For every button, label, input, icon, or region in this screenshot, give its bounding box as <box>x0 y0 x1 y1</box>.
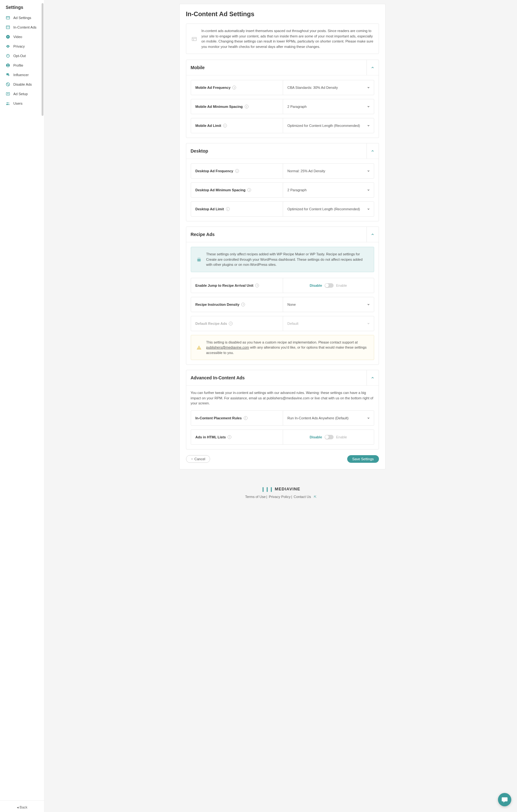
sidebar-item-label: Disable Ads <box>13 83 32 86</box>
recipe-density-row: Recipe Instruction Densityi None <box>191 297 374 312</box>
sidebar-item-opt-out[interactable]: Opt-Out <box>0 51 44 61</box>
user-icon <box>6 63 10 67</box>
desktop-ad-limit-select[interactable]: Optimized for Content Length (Recommende… <box>283 202 374 216</box>
info-icon[interactable]: i <box>241 302 245 307</box>
sidebar-item-label: Ad Setup <box>13 92 28 96</box>
sidebar-item-label: Privacy <box>13 45 25 48</box>
block-icon <box>6 82 10 87</box>
mobile-section: Mobile Mobile Ad Frequencyi CBA Standard… <box>186 60 379 138</box>
chevron-left-icon <box>191 458 193 460</box>
info-icon[interactable]: i <box>227 435 232 439</box>
jump-to-recipe-toggle[interactable]: Disable Enable <box>283 278 374 293</box>
page-title: In-Content Ad Settings <box>186 10 379 18</box>
toggle-switch[interactable] <box>325 435 333 439</box>
field-label: Desktop Ad Minimum Spacingi <box>191 183 283 197</box>
mobile-ad-frequency-row: Mobile Ad Frequencyi CBA Standards: 30% … <box>191 80 374 95</box>
chevron-left-icon: ◂ <box>17 805 20 809</box>
svg-point-5 <box>7 64 8 66</box>
info-icon[interactable]: i <box>235 169 239 173</box>
field-label: Desktop Ad Frequencyi <box>191 164 283 178</box>
save-settings-button[interactable]: Save Settings <box>347 455 379 463</box>
mobile-ad-limit-select[interactable]: Optimized for Content Length (Recommende… <box>283 118 374 133</box>
terms-link[interactable]: Terms of Use <box>245 495 266 499</box>
default-recipe-ads-select: Default <box>283 316 374 331</box>
mobile-section-title: Mobile <box>186 60 366 75</box>
sidebar-item-label: Ad Settings <box>13 16 31 20</box>
chevron-down-icon <box>367 303 370 306</box>
info-icon[interactable]: i <box>226 207 230 211</box>
mobile-ad-spacing-select[interactable]: 2 Paragraph <box>283 99 374 114</box>
info-icon[interactable]: i <box>244 416 248 420</box>
toggle-switch[interactable] <box>325 283 333 288</box>
chevron-down-icon <box>367 322 370 325</box>
layout-icon <box>6 25 10 29</box>
info-icon[interactable]: i <box>255 284 259 287</box>
info-icon[interactable]: i <box>223 124 227 127</box>
recipe-icon <box>196 252 202 267</box>
sidebar-item-label: In-Content Ads <box>13 25 36 29</box>
footer-logo[interactable]: ❙❙❙ MEDIAVINE <box>261 487 300 492</box>
sidebar: Settings Ad Settings In-Content Ads Vide… <box>0 0 45 812</box>
info-icon[interactable]: i <box>232 86 236 89</box>
chevron-down-icon <box>367 188 370 192</box>
recipe-warning-box: This setting is disabled as you have a c… <box>191 335 374 360</box>
recipe-info-box: These settings only affect recipes added… <box>191 247 374 272</box>
sidebar-item-video[interactable]: Video <box>0 32 44 41</box>
sidebar-item-disable-ads[interactable]: Disable Ads <box>0 80 44 89</box>
jump-to-recipe-row: Enable Jump to Recipe Arrival Uniti Disa… <box>191 278 374 293</box>
field-label: Mobile Ad Minimum Spacingi <box>191 99 283 114</box>
support-email-link[interactable]: publishers@mediavine.com <box>206 345 249 349</box>
sidebar-back-button[interactable]: ◂ Back <box>0 800 44 812</box>
info-icon[interactable]: i <box>229 322 233 325</box>
contact-link[interactable]: Contact Us <box>294 495 311 499</box>
privacy-link[interactable]: Privacy Policy <box>269 495 291 499</box>
placement-rules-select[interactable]: Run In-Content Ads Anywhere (Default) <box>283 411 374 425</box>
sidebar-item-profile[interactable]: Profile <box>0 61 44 70</box>
svg-point-8 <box>7 103 8 104</box>
collapse-button[interactable] <box>366 143 379 158</box>
sidebar-item-label: Opt-Out <box>13 54 26 58</box>
mobile-ad-spacing-row: Mobile Ad Minimum Spacingi 2 Paragraph <box>191 99 374 114</box>
collapse-button[interactable] <box>366 60 379 75</box>
recipe-ads-section-title: Recipe Ads <box>186 227 366 242</box>
sidebar-item-in-content-ads[interactable]: In-Content Ads <box>0 23 44 32</box>
ads-in-html-lists-row: Ads in HTML Listsi Disable Enable <box>191 430 374 445</box>
sidebar-scrollbar-track[interactable] <box>42 0 44 812</box>
power-icon <box>6 54 10 58</box>
mobile-ad-frequency-select[interactable]: CBA Standards: 30% Ad Density <box>283 80 374 95</box>
sidebar-item-ad-settings[interactable]: Ad Settings <box>0 13 44 23</box>
recipe-density-select[interactable]: None <box>283 297 374 312</box>
sidebar-item-privacy[interactable]: Privacy <box>0 41 44 51</box>
recipe-warning-text: This setting is disabled as you have a c… <box>206 340 369 355</box>
info-icon[interactable]: i <box>245 105 248 109</box>
svg-rect-1 <box>6 26 10 29</box>
default-recipe-ads-row: Default Recipe Adsi Default <box>191 316 374 331</box>
desktop-ad-spacing-row: Desktop Ad Minimum Spacingi 2 Paragraph <box>191 182 374 198</box>
field-label: Default Recipe Adsi <box>191 316 283 331</box>
chat-widget-button[interactable] <box>498 793 511 806</box>
collapse-button[interactable] <box>366 370 379 385</box>
collapse-button[interactable] <box>366 227 379 242</box>
svg-point-9 <box>8 103 9 104</box>
sidebar-scrollbar-thumb[interactable] <box>42 3 44 116</box>
advanced-section: Advanced In-Content Ads You can further … <box>186 370 379 450</box>
desktop-ad-limit-row: Desktop Ad Limiti Optimized for Content … <box>191 201 374 216</box>
users-icon <box>6 101 10 106</box>
ads-in-html-lists-toggle[interactable]: Disable Enable <box>283 430 374 444</box>
placement-rules-row: In-Content Placement Rulesi Run In-Conte… <box>191 410 374 426</box>
desktop-section-title: Desktop <box>186 143 366 158</box>
sidebar-item-ad-setup[interactable]: Ad Setup <box>0 89 44 99</box>
desktop-ad-frequency-select[interactable]: Normal: 25% Ad Density <box>283 164 374 178</box>
sidebar-title: Settings <box>0 5 44 13</box>
field-label: Enable Jump to Recipe Arrival Uniti <box>191 278 283 293</box>
info-icon[interactable]: i <box>247 188 251 192</box>
sidebar-item-users[interactable]: Users <box>0 99 44 108</box>
window-icon <box>6 16 10 20</box>
sidebar-item-influencer[interactable]: Influencer <box>0 70 44 80</box>
link-icon: ⇱ <box>314 495 317 499</box>
footer: ❙❙❙ MEDIAVINE Terms of Use| Privacy Poli… <box>45 479 517 511</box>
desktop-ad-spacing-select[interactable]: 2 Paragraph <box>283 183 374 197</box>
intro-text: In-content ads automatically insert them… <box>201 28 374 49</box>
cancel-button[interactable]: Cancel <box>186 455 210 463</box>
main-content: In-Content Ad Settings In-content ads au… <box>167 0 395 479</box>
